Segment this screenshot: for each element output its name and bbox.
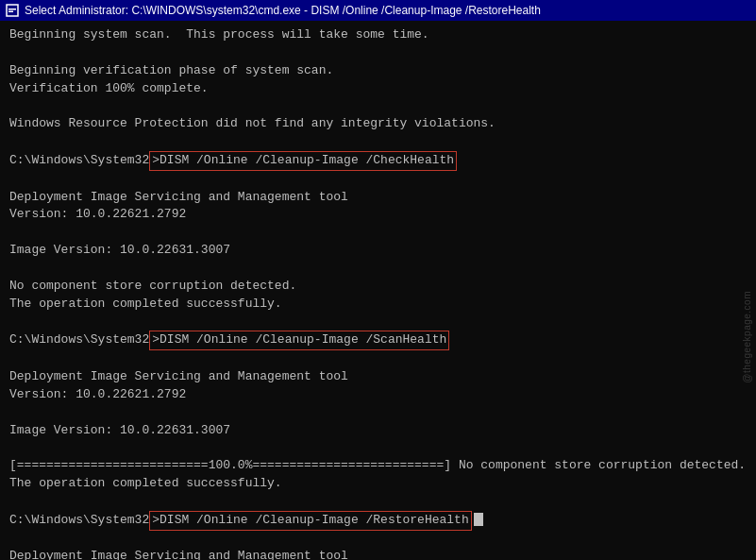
terminal-empty-line [9,44,747,62]
terminal-text-line: Image Version: 10.0.22631.3007 [9,422,747,440]
terminal-text-line: Version: 10.0.22621.2792 [9,386,747,404]
cmd-text: DISM /Online /Cleanup-Image /CheckHealth [160,153,454,167]
svg-rect-2 [8,11,13,13]
svg-rect-1 [8,8,16,10]
terminal-text-line: Beginning system scan. This process will… [9,26,747,44]
terminal-text-line: [==========================100.0%=======… [9,457,747,475]
cmd-prompt: > [152,153,160,167]
cmd-text: DISM /Online /Cleanup-Image /RestoreHeal… [160,513,469,527]
terminal-empty-line [9,350,747,368]
terminal-content: @thegeekpage.com Beginning system scan. … [0,21,756,560]
terminal-text-line: Version: 10.0.22621.2792 [9,206,747,224]
cmd-prompt: > [152,332,160,347]
terminal-empty-line [9,260,747,278]
terminal-empty-line [9,404,747,422]
cmd-text: DISM /Online /Cleanup-Image /ScanHealth [160,332,446,347]
terminal-empty-line [9,224,747,242]
terminal-command-line: C:\Windows\System32>DISM /Online /Cleanu… [9,331,747,350]
terminal-empty-line [9,439,747,457]
title-bar: Select Administrator: C:\WINDOWS\system3… [0,0,756,21]
cmd-prefix: C:\Windows\System32 [9,153,149,167]
terminal-text-line: Deployment Image Servicing and Managemen… [9,548,747,560]
cmd-prefix: C:\Windows\System32 [9,332,149,347]
terminal-text-line: The operation completed successfully. [9,296,747,314]
terminal-text-line: Image Version: 10.0.22631.3007 [9,242,747,260]
cmd-box: >DISM /Online /Cleanup-Image /CheckHealt… [149,151,457,171]
terminal-text-line: Deployment Image Servicing and Managemen… [9,189,747,207]
terminal-text-line: Windows Resource Protection did not find… [9,115,747,133]
terminal-empty-line [9,493,747,511]
terminal-empty-line [9,171,747,189]
title-bar-text: Select Administrator: C:\WINDOWS\system3… [25,4,750,17]
cursor [474,513,483,526]
terminal-lines: Beginning system scan. This process will… [9,26,747,560]
title-bar-icon [6,4,19,17]
terminal-empty-line [9,314,747,331]
terminal-text-line: Beginning verification phase of system s… [9,62,747,80]
terminal-text-line: No component store corruption detected. [9,278,747,296]
cmd-prefix: C:\Windows\System32 [9,513,149,527]
svg-rect-0 [7,5,18,16]
cmd-box: >DISM /Online /Cleanup-Image /RestoreHea… [149,511,471,531]
terminal-empty-line [9,133,747,151]
terminal-text-line: Deployment Image Servicing and Managemen… [9,368,747,386]
terminal-empty-line [9,531,747,549]
terminal-command-line: C:\Windows\System32>DISM /Online /Cleanu… [9,151,747,171]
terminal-text-line: The operation completed successfully. [9,475,747,493]
cmd-box: >DISM /Online /Cleanup-Image /ScanHealth [149,331,449,350]
cmd-prompt: > [152,513,160,527]
terminal-command-cursor-line: C:\Windows\System32>DISM /Online /Cleanu… [9,511,747,531]
terminal-empty-line [9,97,747,115]
terminal-text-line: Verification 100% complete. [9,80,747,98]
